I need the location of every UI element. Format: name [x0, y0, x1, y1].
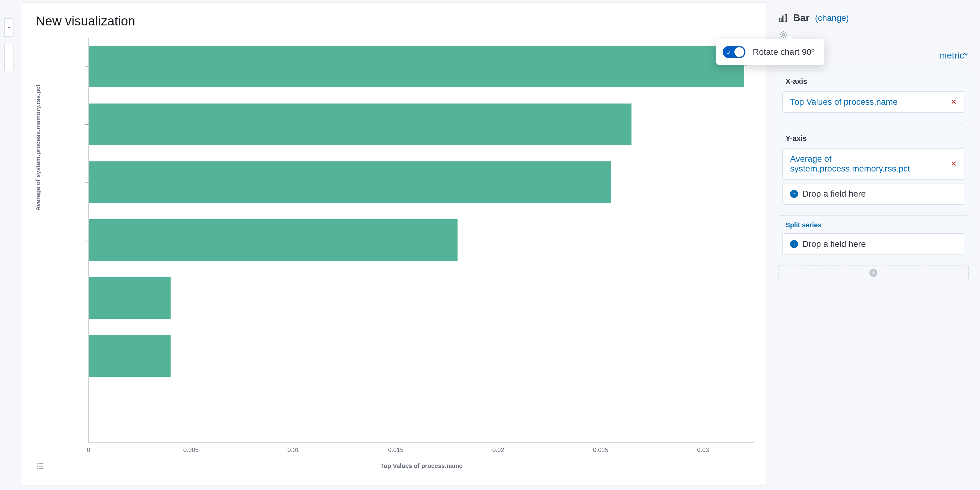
chart-wrapper: Average of system.process.memory.rss.pct…	[21, 38, 767, 485]
bar-row	[89, 393, 754, 434]
bar-row	[89, 277, 754, 319]
toggle-knob	[734, 47, 744, 57]
remove-y-field-button[interactable]: ✕	[951, 160, 957, 167]
svg-rect-6	[780, 18, 781, 22]
x-axis-label: Top Values of process.name	[89, 463, 754, 469]
svg-rect-3	[39, 466, 43, 467]
plot-row	[70, 38, 754, 443]
y-axis-drop-zone[interactable]: + Drop a field here	[783, 183, 964, 205]
x-tick: 0.02	[492, 447, 504, 453]
y-tick-column	[70, 38, 89, 443]
chart-type-row: Bar (change)	[774, 5, 973, 29]
chart-core: 00.0050.010.0150.020.0250.03 Top Values …	[70, 38, 754, 469]
chevron-down-icon	[6, 24, 12, 30]
change-chart-type-link[interactable]: (change)	[815, 13, 849, 23]
svg-point-2	[37, 466, 38, 467]
drop-field-label-2: Drop a field here	[802, 239, 866, 249]
plus-icon: +	[790, 190, 798, 198]
svg-rect-5	[39, 468, 43, 469]
app-root: New visualization Average of system.pro …	[0, 0, 980, 490]
svg-point-9	[782, 33, 784, 36]
x-axis-header: X-axis	[783, 75, 964, 91]
bar-chart-icon	[779, 14, 788, 22]
bar-row	[89, 46, 754, 87]
metric-pattern-link[interactable]: metric*	[939, 50, 968, 60]
x-tick: 0.005	[183, 447, 199, 453]
bar[interactable]	[89, 219, 458, 261]
y-axis-header: Y-axis	[783, 132, 964, 148]
add-layer-button[interactable]: +	[778, 266, 969, 280]
drop-field-label: Drop a field here	[802, 189, 866, 199]
rotate-chart-toggle[interactable]: ✓	[723, 46, 745, 58]
svg-rect-8	[785, 14, 786, 22]
list-icon	[37, 462, 45, 470]
legend-toggle-button[interactable]	[37, 462, 45, 471]
bar-row	[89, 335, 754, 377]
x-axis-field-pill[interactable]: Top Values of process.name ✕	[783, 91, 964, 113]
x-tick-row: 00.0050.010.0150.020.0250.03	[89, 443, 754, 461]
visualization-panel: New visualization Average of system.pro …	[21, 2, 767, 485]
x-axis-block: X-axis Top Values of process.name ✕	[778, 70, 969, 121]
y-axis-block: Y-axis Average of system.process.memory.…	[778, 127, 969, 209]
svg-rect-1	[39, 463, 43, 464]
x-axis-field-label: Top Values of process.name	[790, 97, 897, 107]
bar-row	[89, 219, 754, 261]
x-tick: 0.03	[697, 447, 709, 453]
x-tick: 0.01	[287, 447, 299, 453]
x-tick: 0.015	[388, 447, 403, 453]
bar[interactable]	[89, 277, 170, 319]
y-axis-field-label: Average of system.process.memory.rss.pct	[790, 154, 951, 173]
y-axis-field-pill[interactable]: Average of system.process.memory.rss.pct…	[783, 148, 964, 180]
bar[interactable]	[89, 335, 170, 377]
settings-popover: ✓ Rotate chart 90º	[716, 39, 824, 65]
svg-point-0	[37, 463, 38, 464]
x-tick: 0.025	[593, 447, 608, 453]
bar-row	[89, 103, 754, 145]
bar[interactable]	[89, 46, 744, 87]
svg-rect-7	[783, 16, 784, 22]
plot-area[interactable]	[89, 38, 754, 443]
config-sidebar: Bar (change) metric* ✓ Rotate chart 90º …	[772, 0, 980, 490]
split-series-block: Split series + Drop a field here	[778, 215, 969, 259]
y-axis-label: Average of system.process.memory.rss.pct	[35, 84, 41, 211]
svg-point-4	[37, 468, 38, 469]
bar[interactable]	[89, 103, 632, 145]
remove-x-field-button[interactable]: ✕	[951, 98, 957, 106]
sliver-toggle-1[interactable]	[4, 18, 13, 37]
plus-icon: +	[790, 240, 798, 248]
bar-row	[89, 161, 754, 203]
x-tick: 0	[87, 447, 90, 453]
rotate-chart-label: Rotate chart 90º	[753, 47, 815, 57]
visualization-title: New visualization	[21, 3, 767, 38]
split-series-drop-zone[interactable]: + Drop a field here	[783, 233, 964, 255]
chart-type-name: Bar	[793, 12, 810, 24]
plus-icon-grey: +	[869, 269, 877, 277]
bar[interactable]	[89, 161, 611, 203]
left-sliver	[0, 0, 13, 490]
sliver-toggle-2[interactable]	[4, 44, 13, 71]
split-series-header: Split series	[783, 220, 964, 233]
check-icon: ✓	[726, 49, 732, 56]
